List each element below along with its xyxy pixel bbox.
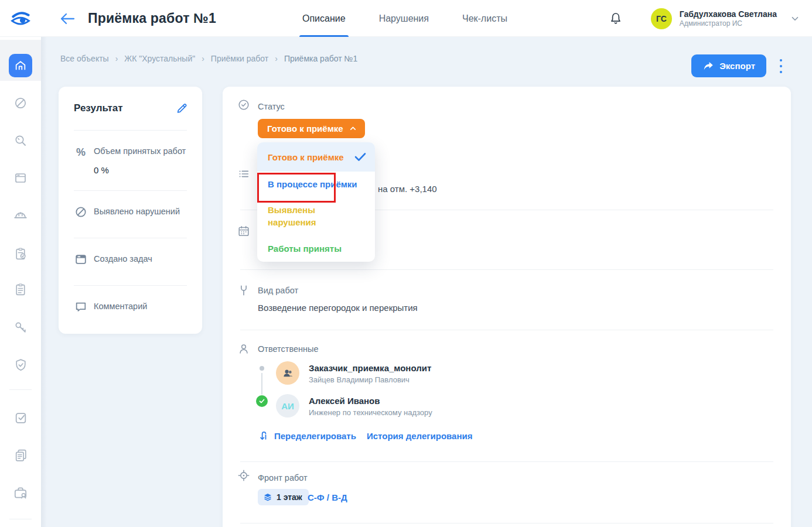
sidebar-item-key-icon[interactable] <box>13 320 28 335</box>
content-area: Все объекты › ЖК "Хрустальный" › Приёмки… <box>41 37 812 527</box>
work-type-icon <box>237 284 250 297</box>
avatar-initials: АИ <box>276 394 299 418</box>
result-row-label: Выявлено нарушений <box>94 207 196 217</box>
status-label: Статус <box>258 102 285 111</box>
redelegate-link[interactable]: Переделегировать <box>274 431 356 441</box>
responsible-subtitle: Зайцев Владимир Павлович <box>309 375 410 384</box>
status-option-label: Готово к приёмке <box>268 151 344 163</box>
divider <box>240 461 773 462</box>
status-option-ready[interactable]: Готово к приёмке <box>257 142 375 172</box>
notifications-bell-icon[interactable] <box>608 11 624 27</box>
breadcrumb-separator: › <box>275 54 278 63</box>
tab-bar: Описание Нарушения Чек-листы <box>302 0 507 37</box>
user-name: Габдулхакова Светлана <box>680 9 777 19</box>
user-menu[interactable]: Габдулхакова Светлана Администратор ИС <box>680 9 777 28</box>
work-type-value: Возведение перегородок и перекрытия <box>258 303 418 313</box>
more-actions-kebab-icon[interactable] <box>777 59 785 73</box>
back-button[interactable] <box>57 9 76 28</box>
result-row-value: 0 % <box>94 165 109 175</box>
export-share-icon <box>702 61 714 71</box>
sidebar-item-home-icon[interactable] <box>9 54 32 77</box>
result-row-label: Комментарий <box>94 302 196 312</box>
status-option-accepted[interactable]: Работы приняты <box>257 235 375 256</box>
floor-chip[interactable]: 1 этаж <box>258 489 309 505</box>
page-title: Приёмка работ №1 <box>88 11 216 26</box>
responsible-name: Алексей Иванов <box>309 396 380 406</box>
timeline-check-icon <box>256 395 268 407</box>
app-logo-eye-icon[interactable] <box>0 0 41 37</box>
timeline-line <box>261 373 262 395</box>
breadcrumb-project[interactable]: ЖК "Хрустальный" <box>124 54 195 63</box>
tab-description[interactable]: Описание <box>302 0 346 37</box>
sidebar-item-block-icon[interactable] <box>13 95 28 111</box>
status-option-label: Выявлены нарушения <box>268 205 316 227</box>
result-row-label: Объем принятых работ <box>94 146 196 156</box>
tab-violations[interactable]: Нарушения <box>379 0 429 37</box>
header-right: ГС Габдулхакова Светлана Администратор И… <box>608 0 800 37</box>
divider <box>74 130 187 131</box>
work-list-icon <box>237 167 250 180</box>
breadcrumb-current: Приёмка работ №1 <box>284 54 357 63</box>
percent-icon: % <box>74 145 88 159</box>
axes-link[interactable]: С-Ф / В-Д <box>308 492 347 502</box>
person-icon <box>237 343 250 355</box>
comment-icon <box>74 300 88 314</box>
edit-pencil-icon[interactable] <box>175 102 188 115</box>
divider <box>240 269 773 270</box>
sidebar-item-window-icon[interactable] <box>13 170 28 186</box>
result-card-title: Результат <box>74 102 123 114</box>
status-dropdown-menu: Готово к приёмке В процессе приёмки Выяв… <box>257 142 375 262</box>
sidebar-item-shield-check-icon[interactable] <box>13 357 28 372</box>
header: Приёмка работ №1 Описание Нарушения Чек-… <box>0 0 812 37</box>
sidebar <box>0 37 41 527</box>
chevron-down-icon[interactable] <box>790 13 800 24</box>
check-icon <box>353 151 367 163</box>
details-card: Статус Готово к приёмке на отм. +3,140 В… <box>223 87 791 527</box>
status-option-label: Работы приняты <box>268 244 342 254</box>
sidebar-item-clipboard-check-icon[interactable] <box>13 246 28 261</box>
block-icon <box>74 205 88 219</box>
tasks-icon <box>74 252 88 266</box>
result-card: Результат % Объем принятых работ 0 % Выя… <box>59 87 202 334</box>
divider <box>240 330 773 330</box>
sidebar-item-briefcase-user-icon[interactable] <box>13 485 28 501</box>
divider <box>74 285 187 286</box>
sidebar-item-search-icon[interactable] <box>13 133 28 148</box>
responsible-name: Заказчик_приемка_монолит <box>309 363 431 373</box>
user-role: Администратор ИС <box>680 19 777 28</box>
breadcrumb-acceptances[interactable]: Приёмки работ <box>211 54 268 63</box>
avatar-group-icon <box>276 361 299 385</box>
responsible-label: Ответственные <box>258 344 319 354</box>
responsible-subtitle: Инженер по техническому надзору <box>309 408 432 417</box>
timeline-dot <box>260 366 264 371</box>
status-dropdown-button[interactable]: Готово к приёмке <box>258 119 365 138</box>
status-option-in-progress[interactable]: В процессе приёмки <box>257 172 375 197</box>
sidebar-item-documents-icon[interactable] <box>13 447 28 463</box>
sidebar-divider <box>9 389 32 390</box>
sidebar-item-helmet-icon[interactable] <box>13 208 28 223</box>
work-type-label: Вид работ <box>258 286 298 295</box>
divider <box>74 238 187 238</box>
delegation-history-link[interactable]: История делегирования <box>367 431 472 441</box>
chevron-up-icon <box>349 124 357 133</box>
divider <box>74 190 187 191</box>
export-button[interactable]: Экспорт <box>691 54 766 77</box>
sidebar-item-clipboard-icon[interactable] <box>13 282 28 297</box>
tab-checklists[interactable]: Чек-листы <box>462 0 507 37</box>
breadcrumb-separator: › <box>115 54 118 63</box>
status-option-violations-found[interactable]: Выявлены нарушения <box>257 197 375 235</box>
sidebar-divider <box>9 519 32 519</box>
sidebar-item-checkbox-icon[interactable] <box>13 410 28 425</box>
status-current-value: Готово к приёмке <box>267 124 343 134</box>
work-front-target-icon <box>237 469 250 482</box>
breadcrumb-all-objects[interactable]: Все объекты <box>60 54 109 63</box>
layers-icon <box>263 492 272 502</box>
user-avatar[interactable]: ГС <box>651 8 672 29</box>
redelegate-swap-icon[interactable] <box>258 430 270 442</box>
result-row-label: Создано задач <box>94 254 196 264</box>
export-label: Экспорт <box>719 61 755 71</box>
app-window: Приёмка работ №1 Описание Нарушения Чек-… <box>0 0 812 527</box>
work-name-partial: на отм. +3,140 <box>378 184 437 194</box>
calendar-icon <box>237 225 250 238</box>
floor-chip-label: 1 этаж <box>277 492 302 502</box>
